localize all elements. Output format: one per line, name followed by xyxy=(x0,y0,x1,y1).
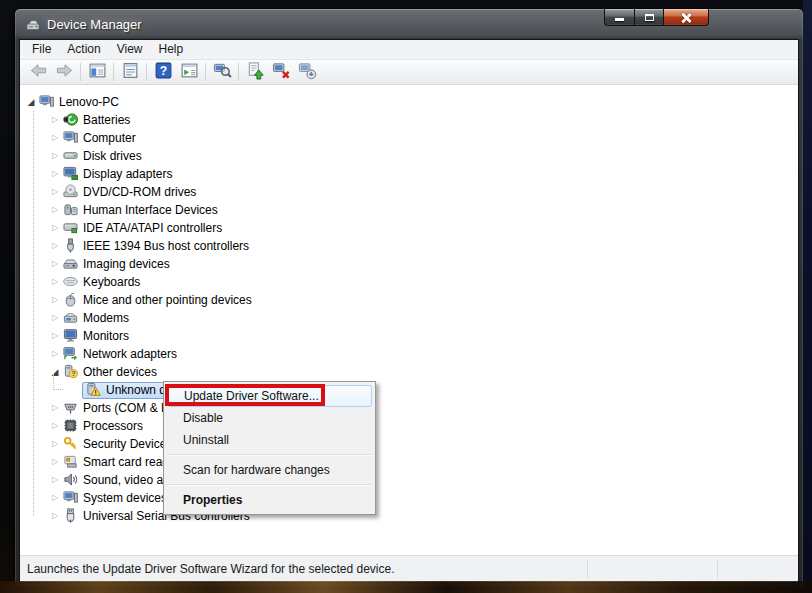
tree-item-imaging-devices[interactable]: ▷Imaging devices xyxy=(48,255,798,273)
show-console-tree-button[interactable] xyxy=(84,61,110,83)
help-icon: ? xyxy=(154,61,173,84)
tree-item-other-devices[interactable]: ◢?Other devices xyxy=(48,363,798,381)
maximize-button[interactable] xyxy=(634,8,664,26)
other-devices-icon: ? xyxy=(62,364,78,380)
security-icon xyxy=(62,436,78,452)
desktop-background xyxy=(803,0,812,593)
tree-item-monitors[interactable]: ▷Monitors xyxy=(48,327,798,345)
tree-item-display-adapters[interactable]: ▷Display adapters xyxy=(48,165,798,183)
tree-item-ports-com-lpt[interactable]: ▷Ports (COM & LPT) xyxy=(48,399,798,417)
expand-arrow-icon[interactable]: ▷ xyxy=(48,165,62,183)
tree-item-ieee-1394-bus-host-controllers[interactable]: ▷IEEE 1394 Bus host controllers xyxy=(48,237,798,255)
system-icon xyxy=(62,490,78,506)
expand-arrow-icon[interactable]: ▷ xyxy=(48,219,62,237)
statusbar: Launches the Update Driver Software Wiza… xyxy=(20,555,798,582)
svg-text:?: ? xyxy=(159,64,166,78)
menubar: FileActionViewHelp xyxy=(20,40,798,60)
close-button[interactable] xyxy=(664,8,709,26)
action-pane-button[interactable] xyxy=(176,61,202,83)
properties-button[interactable] xyxy=(117,61,143,83)
expand-arrow-icon[interactable]: ▷ xyxy=(48,129,62,147)
expand-arrow-icon[interactable]: ▷ xyxy=(48,345,62,363)
tree-item-ide-ata-atapi-controllers[interactable]: ▷IDE ATA/ATAPI controllers xyxy=(48,219,798,237)
tree-item-lenovo-pc[interactable]: ◢Lenovo-PC xyxy=(24,93,798,111)
expand-arrow-icon[interactable]: ▷ xyxy=(48,435,62,453)
expand-arrow-icon[interactable]: ▷ xyxy=(48,291,62,309)
usb-icon xyxy=(62,508,78,524)
expand-arrow-icon[interactable]: ▷ xyxy=(48,327,62,345)
expand-arrow-icon[interactable]: ▷ xyxy=(48,417,62,435)
context-menu-item-update-driver-software[interactable]: Update Driver Software... xyxy=(167,385,372,407)
context-menu-item-disable[interactable]: Disable xyxy=(167,407,372,429)
context-menu-item-properties[interactable]: Properties xyxy=(167,489,372,511)
tree-item-human-interface-devices[interactable]: ▷Human Interface Devices xyxy=(48,201,798,219)
keyboard-icon xyxy=(62,274,78,290)
tree-item-label: Lenovo-PC xyxy=(59,95,119,109)
expand-arrow-icon[interactable]: ▷ xyxy=(48,399,62,417)
uninstall-device-button[interactable] xyxy=(268,61,294,83)
minimize-button[interactable] xyxy=(604,8,634,26)
tree-item-universal-serial-bus-controllers[interactable]: ▷Universal Serial Bus controllers xyxy=(48,507,798,525)
expand-arrow-icon[interactable]: ▷ xyxy=(48,237,62,255)
expand-arrow-icon[interactable]: ▷ xyxy=(48,111,62,129)
disable-device-button[interactable] xyxy=(294,61,320,83)
tree-item-label: Human Interface Devices xyxy=(83,203,218,217)
tree-item-mice-and-other-pointing-devices[interactable]: ▷Mice and other pointing devices xyxy=(48,291,798,309)
menu-file[interactable]: File xyxy=(24,40,59,59)
toolbar-separator xyxy=(205,63,206,81)
context-menu-item-uninstall[interactable]: Uninstall xyxy=(167,429,372,451)
maximize-icon xyxy=(645,14,654,21)
device-manager-icon xyxy=(25,15,41,33)
toolbar: ? xyxy=(20,60,798,85)
tree-item-network-adapters[interactable]: ▷Network adapters xyxy=(48,345,798,363)
tree-item-dvd-cd-rom-drives[interactable]: ▷DVD/CD-ROM drives xyxy=(48,183,798,201)
expand-arrow-icon[interactable]: ▷ xyxy=(48,273,62,291)
expand-arrow-icon[interactable]: ▷ xyxy=(48,183,62,201)
context-menu-item-scan-for-hardware-changes[interactable]: Scan for hardware changes xyxy=(167,459,372,481)
tree-item-smart-card-readers[interactable]: ▷Smart card readers xyxy=(48,453,798,471)
battery-icon xyxy=(62,112,78,128)
tree-item-modems[interactable]: ▷Modems xyxy=(48,309,798,327)
expand-arrow-icon[interactable]: ▷ xyxy=(48,507,62,525)
show-console-tree-icon xyxy=(88,61,107,84)
tree-item-disk-drives[interactable]: ▷Disk drives xyxy=(48,147,798,165)
scan-hardware-button[interactable] xyxy=(209,61,235,83)
menu-view[interactable]: View xyxy=(109,40,151,59)
tree-item-keyboards[interactable]: ▷Keyboards xyxy=(48,273,798,291)
titlebar[interactable]: Device Manager xyxy=(15,9,803,39)
desktop-background xyxy=(0,581,812,593)
statusbar-separator xyxy=(587,560,588,578)
menu-help[interactable]: Help xyxy=(151,40,192,59)
tree-item-label: System devices xyxy=(83,491,167,505)
tree-item-system-devices[interactable]: ▷System devices xyxy=(48,489,798,507)
expand-arrow-icon[interactable]: ▷ xyxy=(48,255,62,273)
tree-item-security-devices[interactable]: ▷Security Devices xyxy=(48,435,798,453)
tree-item-sound-video-and-game-controllers[interactable]: ▷Sound, video and game controllers xyxy=(48,471,798,489)
expand-arrow-icon[interactable]: ▷ xyxy=(48,453,62,471)
tree-item-computer[interactable]: ▷Computer xyxy=(48,129,798,147)
help-button[interactable]: ? xyxy=(150,61,176,83)
tree-item-batteries[interactable]: ▷Batteries xyxy=(48,111,798,129)
context-menu-separator xyxy=(166,454,373,456)
sound-icon xyxy=(62,472,78,488)
computer-icon xyxy=(62,130,78,146)
svg-text:?: ? xyxy=(71,370,75,377)
ieee1394-icon xyxy=(62,238,78,254)
tree-item-label: Mice and other pointing devices xyxy=(83,293,252,307)
collapse-arrow-icon[interactable]: ◢ xyxy=(24,93,38,111)
dvd-icon xyxy=(62,184,78,200)
forward-button[interactable] xyxy=(51,61,77,83)
tree-item-processors[interactable]: ▷Processors xyxy=(48,417,798,435)
expand-arrow-icon[interactable]: ▷ xyxy=(48,201,62,219)
expand-arrow-icon[interactable]: ▷ xyxy=(48,309,62,327)
scan-hardware-icon xyxy=(213,61,232,84)
update-driver-button[interactable] xyxy=(242,61,268,83)
processor-icon xyxy=(62,418,78,434)
back-button[interactable] xyxy=(25,61,51,83)
tree-item-label: Monitors xyxy=(83,329,129,343)
expand-arrow-icon[interactable]: ▷ xyxy=(48,471,62,489)
menu-action[interactable]: Action xyxy=(59,40,108,59)
toolbar-separator xyxy=(113,63,114,81)
expand-arrow-icon[interactable]: ▷ xyxy=(48,147,62,165)
expand-arrow-icon[interactable]: ▷ xyxy=(48,489,62,507)
